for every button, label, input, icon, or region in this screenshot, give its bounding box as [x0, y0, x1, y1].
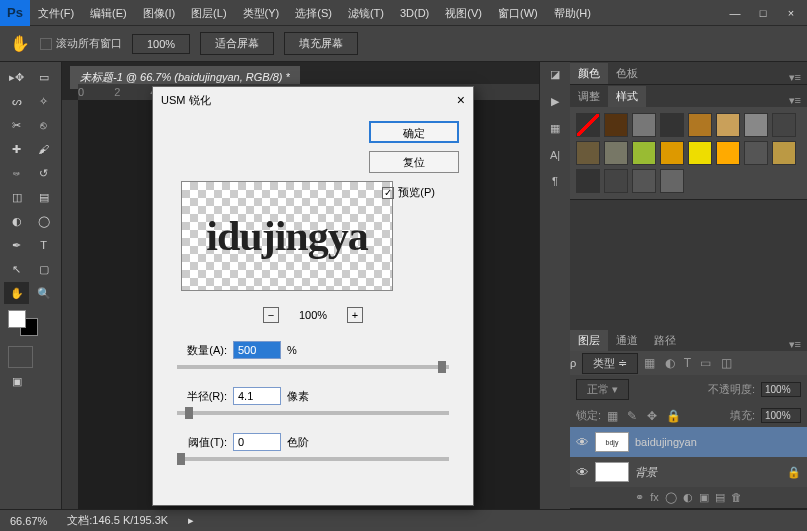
dialog-titlebar[interactable]: USM 锐化 ×	[153, 87, 473, 113]
threshold-slider[interactable]	[177, 457, 449, 461]
tool-dodge[interactable]: ◯	[31, 210, 56, 232]
strip-swatch-icon[interactable]: ◪	[550, 68, 560, 81]
tool-heal[interactable]: ✚	[4, 138, 29, 160]
preview-area[interactable]: idujingya	[181, 181, 393, 291]
amount-slider[interactable]	[177, 365, 449, 369]
tab-layers[interactable]: 图层	[570, 330, 608, 351]
visibility-icon[interactable]: 👁	[576, 435, 589, 450]
style-swatch[interactable]	[632, 113, 656, 137]
tab-paths[interactable]: 路径	[646, 330, 684, 351]
tool-lasso[interactable]: ᔕ	[4, 90, 29, 112]
color-swatches[interactable]	[8, 310, 40, 338]
zoom-out-button[interactable]: −	[263, 307, 279, 323]
screen-mode[interactable]: ▣	[4, 370, 29, 392]
lock-icons[interactable]: ▦ ✎ ✥ 🔒	[607, 409, 684, 423]
tool-zoom[interactable]: 🔍	[31, 282, 56, 304]
menu-view[interactable]: 视图(V)	[437, 0, 490, 26]
strip-play-icon[interactable]: ▶	[551, 95, 559, 108]
tool-text[interactable]: T	[31, 234, 56, 256]
quick-mask-toggle[interactable]	[8, 346, 33, 368]
layer-item[interactable]: 👁 背景 🔒	[570, 457, 807, 487]
panel-menu-icon[interactable]: ▾≡	[783, 94, 807, 107]
status-arrow-icon[interactable]: ▸	[188, 514, 194, 527]
tool-hand[interactable]: ✋	[4, 282, 29, 304]
tool-blur[interactable]: ◐	[4, 210, 29, 232]
preview-checkbox[interactable]: ✓ 预览(P)	[382, 185, 435, 200]
layer-filter-icons[interactable]: ▦ ◐ T ▭ ◫	[644, 356, 734, 370]
menu-layer[interactable]: 图层(L)	[183, 0, 234, 26]
menu-filter[interactable]: 滤镜(T)	[340, 0, 392, 26]
threshold-input[interactable]	[233, 433, 281, 451]
menu-help[interactable]: 帮助(H)	[546, 0, 599, 26]
menu-edit[interactable]: 编辑(E)	[82, 0, 135, 26]
style-swatch[interactable]	[772, 113, 796, 137]
menu-image[interactable]: 图像(I)	[135, 0, 183, 26]
style-swatch[interactable]	[660, 141, 684, 165]
strip-para-icon[interactable]: ¶	[552, 175, 558, 187]
layer-name[interactable]: 背景	[635, 465, 657, 480]
style-swatch[interactable]	[716, 113, 740, 137]
mask-icon[interactable]: ◯	[665, 491, 677, 504]
tab-styles[interactable]: 样式	[608, 86, 646, 107]
tool-path[interactable]: ↖	[4, 258, 29, 280]
adjust-icon[interactable]: ◐	[683, 491, 693, 504]
menu-3d[interactable]: 3D(D)	[392, 0, 437, 26]
trash-icon[interactable]: 🗑	[731, 491, 742, 504]
tool-eyedropper[interactable]: ⎋	[31, 114, 56, 136]
panel-menu-icon[interactable]: ▾≡	[783, 338, 807, 351]
radius-input[interactable]	[233, 387, 281, 405]
window-close[interactable]: ×	[783, 7, 799, 19]
style-swatch[interactable]	[688, 141, 712, 165]
tab-color[interactable]: 颜色	[570, 63, 608, 84]
tool-pen[interactable]: ✒	[4, 234, 29, 256]
blend-mode-select[interactable]: 正常 ▾	[576, 379, 629, 400]
style-swatch[interactable]	[604, 169, 628, 193]
fit-screen-button[interactable]: 适合屏幕	[200, 32, 274, 55]
style-swatch[interactable]	[716, 141, 740, 165]
tool-brush[interactable]: 🖌	[31, 138, 56, 160]
style-swatch[interactable]	[604, 141, 628, 165]
panel-menu-icon[interactable]: ▾≡	[783, 71, 807, 84]
group-icon[interactable]: ▣	[699, 491, 709, 504]
layer-name[interactable]: baidujingyan	[635, 436, 697, 448]
tool-eraser[interactable]: ◫	[4, 186, 29, 208]
menu-select[interactable]: 选择(S)	[287, 0, 340, 26]
tool-crop[interactable]: ✂	[4, 114, 29, 136]
style-swatch[interactable]	[576, 141, 600, 165]
tab-channels[interactable]: 通道	[608, 330, 646, 351]
style-swatch[interactable]	[576, 169, 600, 193]
scroll-windows-checkbox[interactable]: 滚动所有窗口	[40, 36, 122, 51]
tab-adjustments[interactable]: 调整	[570, 86, 608, 107]
style-swatch[interactable]	[744, 113, 768, 137]
dialog-close-button[interactable]: ×	[457, 92, 465, 108]
window-maximize[interactable]: □	[755, 7, 771, 19]
fill-screen-button[interactable]: 填充屏幕	[284, 32, 358, 55]
tool-gradient[interactable]: ▤	[31, 186, 56, 208]
ok-button[interactable]: 确定	[369, 121, 459, 143]
radius-slider[interactable]	[177, 411, 449, 415]
new-layer-icon[interactable]: ▤	[715, 491, 725, 504]
tool-wand[interactable]: ✧	[31, 90, 56, 112]
menu-window[interactable]: 窗口(W)	[490, 0, 546, 26]
visibility-icon[interactable]: 👁	[576, 465, 589, 480]
strip-hist-icon[interactable]: ▦	[550, 122, 560, 135]
tool-history-brush[interactable]: ↺	[31, 162, 56, 184]
style-swatch[interactable]	[772, 141, 796, 165]
tool-stamp[interactable]: ⎃	[4, 162, 29, 184]
tab-swatch[interactable]: 色板	[608, 63, 646, 84]
window-minimize[interactable]: —	[727, 7, 743, 19]
fx-icon[interactable]: fx	[650, 491, 659, 504]
fill-input[interactable]	[761, 408, 801, 423]
layer-kind-select[interactable]: 类型 ≑	[582, 353, 638, 374]
layer-item[interactable]: 👁 bdjy baidujingyan	[570, 427, 807, 457]
zoom-100-button[interactable]: 100%	[132, 34, 190, 54]
style-swatch[interactable]	[632, 169, 656, 193]
tool-marquee[interactable]: ▭	[31, 66, 56, 88]
style-swatch[interactable]	[744, 141, 768, 165]
menu-type[interactable]: 类型(Y)	[235, 0, 288, 26]
style-swatch[interactable]	[660, 113, 684, 137]
amount-input[interactable]	[233, 341, 281, 359]
style-swatch[interactable]	[604, 113, 628, 137]
opacity-input[interactable]	[761, 382, 801, 397]
style-swatch[interactable]	[660, 169, 684, 193]
